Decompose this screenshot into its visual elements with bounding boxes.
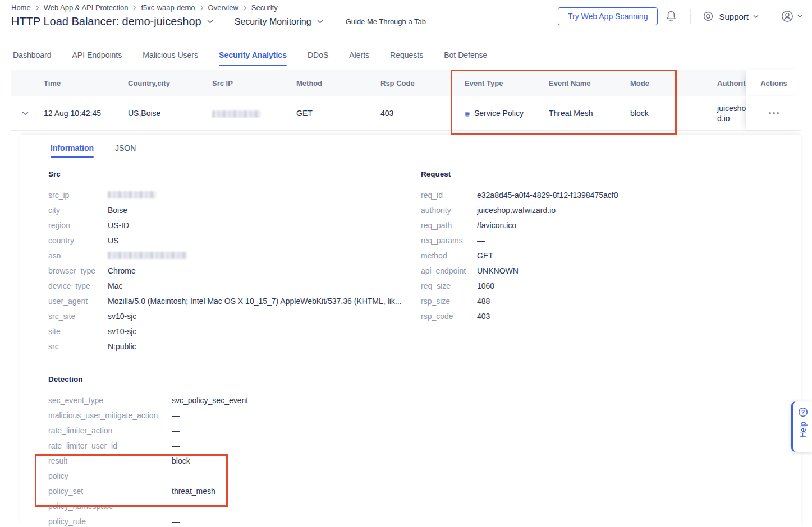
field-row: rate_limiter_user_id— xyxy=(48,438,416,453)
field-row: policy_rule— xyxy=(48,514,416,527)
event-table-row[interactable]: 12 Aug 10:42:45 US,Boise GET 403 Service… xyxy=(11,96,801,131)
field-value: threat_mesh xyxy=(172,487,215,496)
guide-me-link[interactable]: Guide Me Through a Tab xyxy=(346,17,426,26)
breadcrumb-security[interactable]: Security xyxy=(251,3,278,12)
more-actions-icon[interactable] xyxy=(769,112,779,114)
field-row: req_params— xyxy=(421,233,780,248)
field-value: — xyxy=(172,502,180,511)
tab-bot-defense[interactable]: Bot Defense xyxy=(444,50,487,66)
field-label: browser_type xyxy=(48,266,108,275)
method-cell: GET xyxy=(292,109,376,118)
tab-security-analytics[interactable]: Security Analytics xyxy=(219,50,287,66)
lb-title-dropdown[interactable]: HTTP Load Balancer: demo-juiceshop xyxy=(11,15,213,28)
help-question-icon: ? xyxy=(798,407,808,417)
field-label: req_params xyxy=(421,236,477,245)
field-row: policy_namespace— xyxy=(48,498,416,514)
authority-cell: juicesho d.io xyxy=(713,103,746,123)
lifesaver-icon xyxy=(702,10,714,22)
redacted-src-ip xyxy=(212,110,260,118)
tab-malicious-users[interactable]: Malicious Users xyxy=(143,50,198,66)
tab-requests[interactable]: Requests xyxy=(390,50,423,66)
field-value: juiceshop.wafwizard.io xyxy=(477,206,556,215)
field-value: — xyxy=(172,471,180,480)
field-row: req_size1060 xyxy=(421,278,780,293)
event-type-value: Service Policy xyxy=(474,109,524,118)
user-avatar-icon xyxy=(780,9,795,24)
authority-line2: d.io xyxy=(717,113,746,123)
field-label: req_id xyxy=(421,191,477,200)
time-cell: 12 Aug 10:42:45 xyxy=(39,109,123,118)
authority-line1: juicesho xyxy=(717,103,746,113)
help-button[interactable]: ? Help xyxy=(791,401,812,452)
field-row: malicious_user_mitigate_action— xyxy=(48,408,416,423)
tab-dashboard[interactable]: Dashboard xyxy=(13,50,52,66)
time-column-header: Time xyxy=(39,79,123,87)
field-value: 1060 xyxy=(477,281,494,290)
notifications-bell-icon[interactable] xyxy=(664,9,678,24)
row-expand-chevron-icon[interactable] xyxy=(11,111,39,115)
field-value: 488 xyxy=(477,297,490,306)
src-section-title: Src xyxy=(48,170,416,178)
breadcrumb-waap[interactable]: Web App & API Protection xyxy=(44,3,129,12)
country-city-column-header: Country,city xyxy=(123,79,208,87)
chevron-right-icon xyxy=(243,5,247,11)
breadcrumb-home[interactable]: Home xyxy=(11,3,31,12)
field-row: methodGET xyxy=(421,248,780,263)
field-label: method xyxy=(421,251,477,260)
tab-ddos[interactable]: DDoS xyxy=(308,50,328,66)
tab-api-endpoints[interactable]: API Endpoints xyxy=(72,50,122,66)
monitoring-dropdown[interactable]: Security Monitoring xyxy=(235,17,323,27)
field-row: device_typeMac xyxy=(48,278,416,293)
rsp-code-cell: 403 xyxy=(376,109,460,118)
rsp-code-column-header: Rsp Code xyxy=(376,79,460,87)
field-label: authority xyxy=(421,206,477,215)
field-label: device_type xyxy=(48,281,108,290)
event-name-cell: Threat Mesh xyxy=(544,109,626,118)
field-row: asn xyxy=(48,248,416,263)
breadcrumb-namespace[interactable]: f5xc-waap-demo xyxy=(141,3,195,12)
chevron-down-icon xyxy=(753,15,759,18)
chevron-down-icon xyxy=(797,15,802,18)
field-value: US xyxy=(108,236,118,245)
tab-alerts[interactable]: Alerts xyxy=(349,50,369,66)
mode-cell: block xyxy=(626,109,713,118)
field-label: policy_set xyxy=(48,487,172,496)
field-label: site xyxy=(48,327,108,336)
field-row-policy-set: policy_setthreat_mesh xyxy=(48,483,416,498)
field-label: region xyxy=(48,221,108,230)
try-web-app-scanning-button[interactable]: Try Web App Scanning xyxy=(558,7,658,25)
tab-information[interactable]: Information xyxy=(51,144,94,158)
breadcrumb-overview[interactable]: Overview xyxy=(208,3,238,12)
field-row: srcN:public xyxy=(48,339,416,354)
event-type-dot-icon xyxy=(465,112,470,117)
chevron-right-icon xyxy=(200,5,204,11)
field-value: — xyxy=(172,426,180,435)
field-value: GET xyxy=(477,251,493,260)
field-label: sec_event_type xyxy=(48,396,172,405)
tab-json[interactable]: JSON xyxy=(115,144,136,158)
field-value: N:public xyxy=(108,342,136,351)
support-menu[interactable]: Support xyxy=(702,10,759,22)
page-title: HTTP Load Balancer: demo-juiceshop xyxy=(11,15,201,28)
field-row: rsp_size488 xyxy=(421,293,780,308)
field-row: rate_limiter_action— xyxy=(48,423,416,438)
request-section-title: Request xyxy=(421,170,780,178)
event-name-column-header: Event Name xyxy=(544,79,626,87)
field-value: — xyxy=(477,236,485,245)
field-label: policy xyxy=(48,471,172,480)
field-row: api_endpointUNKNOWN xyxy=(421,263,780,278)
chevron-down-icon xyxy=(317,20,323,24)
field-label: user_agent xyxy=(48,297,108,306)
field-row: sitesv10-sjc xyxy=(48,323,416,339)
field-label: rsp_code xyxy=(421,312,477,321)
field-value: UNKNOWN xyxy=(477,266,519,275)
field-label: rate_limiter_user_id xyxy=(48,441,172,450)
detail-right-column: Request req_ide32a8d45-a0f4-4829-8f12-f1… xyxy=(421,170,780,323)
detection-section-title: Detection xyxy=(48,375,416,383)
field-value: — xyxy=(172,441,180,450)
field-row: countryUS xyxy=(48,233,416,248)
header-actions: Try Web App Scanning Support xyxy=(558,7,802,25)
field-value: Chrome xyxy=(108,266,136,275)
redacted-value xyxy=(108,191,156,198)
account-menu[interactable] xyxy=(780,9,802,24)
